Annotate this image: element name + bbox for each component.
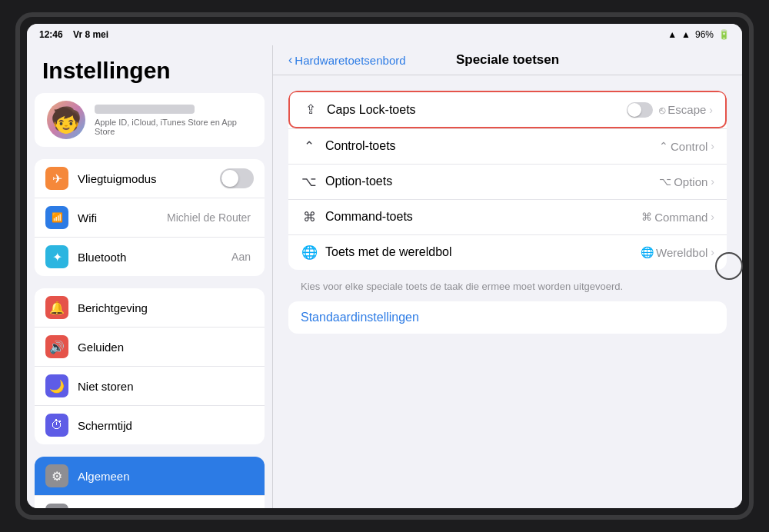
back-button[interactable]: ‹ Hardwaretoetsenbord (288, 53, 406, 67)
wereldbol-chevron: › (711, 246, 714, 258)
berichtgeving-icon: 🔔 (45, 296, 68, 319)
profile-row[interactable]: 🧒 Apple ID, iCloud, iTunes Store en App … (35, 93, 265, 147)
option-value: ⌥ Option › (659, 175, 714, 188)
command-value: ⌘ Command › (641, 211, 714, 224)
vliegtuig-icon: ✈ (45, 167, 68, 190)
sidebar-title: Instellingen (27, 45, 272, 93)
niet-storen-label: Niet storen (78, 380, 254, 393)
control-label: Control-toets (325, 139, 659, 153)
battery-display: 96% (695, 29, 714, 40)
schermtijd-label: Schermtijd (78, 419, 254, 432)
sidebar-item-geluiden[interactable]: 🔊 Geluiden (35, 328, 265, 367)
ipad-frame: 12:46 Vr 8 mei ▲ ▲ 96% 🔋 Instellingen 🧒 (15, 12, 754, 520)
wereldbol-icon: 🌐 (301, 244, 318, 261)
reset-row[interactable]: Standaardinstellingen (288, 301, 727, 334)
algemeen-icon: ⚙ (45, 464, 68, 487)
escape-icon: ⎋ (659, 104, 665, 116)
home-button[interactable] (715, 252, 743, 280)
bluetooth-label: Bluetooth (78, 251, 231, 264)
geluiden-label: Geluiden (78, 341, 254, 354)
command-label: Command-toets (325, 210, 641, 224)
settings-group-keys: ⇪ Caps Lock-toets ⎋ Escape › (288, 91, 727, 270)
algemeen-label: Algemeen (78, 470, 254, 483)
ipad-screen: 12:46 Vr 8 mei ▲ ▲ 96% 🔋 Instellingen 🧒 (27, 24, 742, 508)
toggle-thumb (628, 103, 641, 117)
bedieningspaneel-icon: ▦ (45, 504, 68, 508)
detail-panel: ‹ Hardwaretoetsenbord Speciale toetsen ⇪… (273, 45, 742, 508)
detail-title: Speciale toetsen (456, 52, 559, 68)
caps-lock-row[interactable]: ⇪ Caps Lock-toets ⎋ Escape › (288, 91, 727, 128)
vliegtuig-toggle[interactable] (220, 168, 254, 188)
wifi-item-icon: 📶 (45, 206, 68, 229)
wereldbol-row[interactable]: 🌐 Toets met de wereldbol 🌐 Wereldbol › (288, 235, 727, 270)
hint-text: Kies voor elke speciale toets de taak di… (288, 276, 727, 301)
sidebar-item-bluetooth[interactable]: ✦ Bluetooth Aan (35, 238, 265, 276)
control-icon: ⌃ (301, 138, 318, 155)
command-value-icon: ⌘ (641, 211, 652, 223)
signal-icon: ▲ (681, 29, 691, 40)
detail-content: ⇪ Caps Lock-toets ⎋ Escape › (273, 75, 742, 355)
wereldbol-value-text: Wereldbol (656, 246, 707, 259)
reset-label: Standaardinstellingen (301, 311, 419, 324)
profile-name-placeholder (95, 105, 195, 114)
control-row[interactable]: ⌃ Control-toets ⌃ Control › (288, 129, 727, 165)
wifi-icon: ▲ (667, 29, 677, 40)
sidebar-item-wifi[interactable]: 📶 Wifi Michiel de Router (35, 198, 265, 238)
command-chevron: › (711, 211, 714, 223)
wifi-value: Michiel de Router (167, 211, 251, 224)
command-icon: ⌘ (301, 209, 318, 225)
option-value-icon: ⌥ (659, 175, 671, 188)
back-chevron-icon: ‹ (288, 53, 292, 67)
schermtijd-icon: ⏱ (45, 414, 68, 437)
option-label: Option-toets (325, 175, 659, 188)
vliegtuigmodus-label: Vliegtuigmodus (78, 172, 220, 185)
battery-icon: 🔋 (718, 29, 730, 40)
reset-group: Standaardinstellingen (288, 301, 727, 334)
status-icons: ▲ ▲ 96% 🔋 (667, 29, 730, 40)
sidebar-item-berichtgeving[interactable]: 🔔 Berichtgeving (35, 288, 265, 328)
sidebar-item-vliegtuigmodus[interactable]: ✈ Vliegtuigmodus (35, 159, 265, 198)
toggle-thumb (221, 170, 238, 187)
command-row[interactable]: ⌘ Command-toets ⌘ Command › (288, 200, 727, 235)
wereldbol-label: Toets met de wereldbol (325, 245, 641, 259)
avatar: 🧒 (47, 101, 85, 139)
caps-lock-toggle[interactable] (627, 102, 653, 118)
caps-lock-label: Caps Lock-toets (327, 103, 627, 117)
caps-lock-value-text: Escape (667, 103, 706, 116)
control-value: ⌃ Control › (659, 140, 714, 153)
wereldbol-value: 🌐 Wereldbol › (641, 246, 714, 259)
status-bar: 12:46 Vr 8 mei ▲ ▲ 96% 🔋 (27, 24, 742, 45)
sidebar: Instellingen 🧒 Apple ID, iCloud, iTunes … (27, 45, 273, 508)
sidebar-item-schermtijd[interactable]: ⏱ Schermtijd (35, 406, 265, 444)
sidebar-item-algemeen[interactable]: ⚙ Algemeen (35, 457, 265, 496)
option-chevron: › (711, 175, 714, 188)
bluetooth-value: Aan (231, 251, 251, 263)
geluiden-icon: 🔊 (45, 335, 68, 358)
option-icon: ⌥ (301, 174, 318, 190)
control-value-icon: ⌃ (659, 140, 668, 152)
sidebar-section-network: ✈ Vliegtuigmodus 📶 Wifi Michiel de Route… (35, 159, 265, 276)
caps-lock-value: ⎋ Escape › (659, 103, 713, 116)
date-display: Vr 8 mei (73, 29, 108, 40)
sidebar-item-bedieningspaneel[interactable]: ▦ Bedieningspaneel (35, 496, 265, 508)
time-display: 12:46 (39, 29, 63, 40)
sidebar-item-niet-storen[interactable]: 🌙 Niet storen (35, 367, 265, 406)
back-label: Hardwaretoetsenbord (295, 54, 405, 67)
command-value-text: Command (654, 211, 707, 224)
control-chevron: › (711, 140, 714, 152)
sidebar-section-notifications: 🔔 Berichtgeving 🔊 Geluiden 🌙 Niet storen… (35, 288, 265, 444)
wereldbol-value-icon: 🌐 (641, 246, 654, 258)
profile-info: Apple ID, iCloud, iTunes Store en App St… (95, 105, 252, 136)
status-time: 12:46 Vr 8 mei (39, 29, 108, 40)
avatar-emoji: 🧒 (51, 105, 82, 135)
sidebar-section-general: ⚙ Algemeen ▦ Bedieningspaneel AA Beeldsc… (35, 457, 265, 508)
wifi-label: Wifi (78, 211, 167, 224)
berichtgeving-label: Berichtgeving (78, 301, 254, 314)
caps-lock-icon: ⇪ (302, 101, 319, 118)
option-value-text: Option (674, 175, 707, 188)
niet-storen-icon: 🌙 (45, 374, 68, 397)
main-content: Instellingen 🧒 Apple ID, iCloud, iTunes … (27, 45, 742, 508)
bluetooth-icon: ✦ (45, 245, 68, 268)
control-value-text: Control (671, 140, 707, 153)
option-row[interactable]: ⌥ Option-toets ⌥ Option › (288, 165, 727, 200)
